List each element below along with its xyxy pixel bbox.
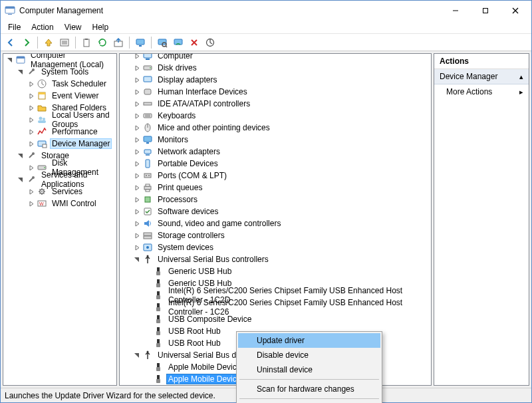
- device-item[interactable]: Generic USB Hub: [120, 265, 431, 277]
- expand-icon[interactable]: [27, 104, 35, 112]
- toolbar-update-button[interactable]: [203, 35, 217, 50]
- device-category[interactable]: IDE ATA/ATAPI controllers: [120, 98, 431, 110]
- ctx-update-driver[interactable]: Update driver: [238, 333, 380, 348]
- expand-icon[interactable]: [133, 76, 141, 84]
- toolbar-scan-button[interactable]: [171, 35, 186, 50]
- menu-view[interactable]: View: [60, 21, 86, 33]
- device-category[interactable]: Disk drives: [120, 62, 431, 74]
- spacer: [144, 315, 152, 323]
- wmi-icon: W: [37, 198, 47, 209]
- close-button[interactable]: [500, 1, 530, 21]
- device-category[interactable]: Network adapters: [120, 146, 431, 158]
- nav-item[interactable]: Event Viewer: [3, 90, 116, 102]
- collapse-icon[interactable]: [133, 255, 141, 263]
- expand-icon[interactable]: [133, 172, 141, 180]
- device-category[interactable]: System devices: [120, 241, 431, 253]
- expand-icon[interactable]: [27, 200, 35, 207]
- expand-icon[interactable]: [133, 184, 141, 192]
- tree-item-label: System devices: [156, 242, 215, 253]
- expand-icon[interactable]: [27, 140, 35, 148]
- toolbar-export-button[interactable]: [111, 35, 126, 50]
- maximize-button[interactable]: [470, 1, 500, 21]
- expand-icon[interactable]: [133, 100, 141, 108]
- expand-icon[interactable]: [133, 219, 141, 227]
- tools-icon: [26, 150, 37, 161]
- device-category[interactable]: Software devices: [120, 205, 431, 217]
- expand-icon[interactable]: [133, 231, 141, 239]
- collapse-icon[interactable]: [6, 56, 14, 64]
- usb-icon: [142, 254, 153, 265]
- expand-icon[interactable]: [133, 88, 141, 96]
- expand-icon[interactable]: [27, 164, 35, 172]
- toolbar-props-button[interactable]: [57, 35, 72, 50]
- device-category[interactable]: Print queues: [120, 182, 431, 194]
- collapse-icon[interactable]: [17, 152, 25, 160]
- nav-root[interactable]: Computer Management (Local): [3, 54, 116, 66]
- svg-rect-98: [156, 379, 160, 383]
- minimize-button[interactable]: [440, 1, 470, 21]
- device-category[interactable]: Display adapters: [120, 74, 431, 86]
- toolbar-monitor-button[interactable]: [133, 35, 148, 50]
- expand-icon[interactable]: [27, 116, 35, 124]
- collapse-icon[interactable]: [133, 351, 141, 359]
- nav-item[interactable]: WWMI Control: [3, 198, 116, 209]
- nav-group[interactable]: Services and Applications: [3, 174, 116, 186]
- svg-rect-15: [139, 45, 142, 47]
- expand-icon[interactable]: [133, 64, 141, 72]
- expand-icon[interactable]: [133, 243, 141, 251]
- menu-action[interactable]: Action: [27, 21, 58, 33]
- expand-icon[interactable]: [27, 128, 35, 136]
- toolbar-clipboard-button[interactable]: [79, 35, 94, 50]
- device-category[interactable]: Computer: [120, 53, 431, 62]
- expand-icon[interactable]: [27, 80, 35, 88]
- svg-rect-29: [38, 120, 46, 123]
- toolbar-refresh-button[interactable]: [95, 35, 110, 50]
- device-category[interactable]: Ports (COM & LPT): [120, 170, 431, 182]
- nav-item[interactable]: Performance: [3, 126, 116, 138]
- expand-icon[interactable]: [133, 112, 141, 120]
- tree-item-label: Performance: [50, 126, 100, 137]
- device-category[interactable]: Universal Serial Bus controllers: [120, 253, 431, 265]
- spacer: [144, 291, 152, 299]
- toolbar-delete-button[interactable]: [187, 35, 201, 50]
- device-category[interactable]: Keyboards: [120, 110, 431, 122]
- device-category[interactable]: Storage controllers: [120, 229, 431, 241]
- expand-icon[interactable]: [133, 196, 141, 203]
- svg-rect-4: [483, 9, 487, 13]
- toolbar-find-button[interactable]: [155, 35, 170, 50]
- expand-icon[interactable]: [133, 53, 141, 60]
- expand-icon[interactable]: [133, 124, 141, 132]
- expand-icon[interactable]: [133, 136, 141, 144]
- nav-tree-pane[interactable]: Computer Management (Local)System ToolsT…: [3, 53, 117, 386]
- ctx-uninstall-device[interactable]: Uninstall device: [238, 362, 380, 377]
- expand-icon[interactable]: [133, 207, 141, 215]
- device-category[interactable]: Processors: [120, 194, 431, 205]
- device-category[interactable]: Monitors: [120, 134, 431, 146]
- toolbar-forward-button[interactable]: [19, 35, 34, 50]
- menu-help[interactable]: Help: [88, 21, 114, 33]
- expand-icon[interactable]: [27, 188, 35, 196]
- collapse-icon[interactable]: [17, 68, 25, 76]
- ctx-disable-device[interactable]: Disable device: [238, 348, 380, 362]
- svg-line-43: [39, 189, 40, 190]
- svg-point-32: [32, 152, 35, 155]
- menu-file[interactable]: File: [3, 21, 25, 33]
- toolbar-up-button[interactable]: [41, 35, 56, 50]
- device-category[interactable]: Portable Devices: [120, 158, 431, 170]
- tree-item-label: Services: [50, 186, 84, 197]
- toolbar-back-button[interactable]: [3, 35, 18, 50]
- actions-section-header[interactable]: Device Manager ▴: [434, 69, 529, 84]
- expand-icon[interactable]: [133, 148, 141, 156]
- actions-item-more[interactable]: More Actions ▸: [434, 84, 529, 99]
- ctx-scan-for-hardware-changes[interactable]: Scan for hardware changes: [238, 382, 380, 396]
- device-item[interactable]: Intel(R) 6 Series/C200 Series Chipset Fa…: [120, 301, 431, 313]
- nav-item[interactable]: Task Scheduler: [3, 78, 116, 90]
- expand-icon[interactable]: [133, 160, 141, 168]
- device-category[interactable]: Mice and other pointing devices: [120, 122, 431, 134]
- device-category[interactable]: Sound, video and game controllers: [120, 217, 431, 229]
- device-category[interactable]: Human Interface Devices: [120, 86, 431, 98]
- expand-icon[interactable]: [27, 92, 35, 100]
- nav-item[interactable]: Device Manager: [3, 138, 116, 150]
- nav-item[interactable]: Local Users and Groups: [3, 114, 116, 126]
- collapse-icon[interactable]: [17, 176, 25, 184]
